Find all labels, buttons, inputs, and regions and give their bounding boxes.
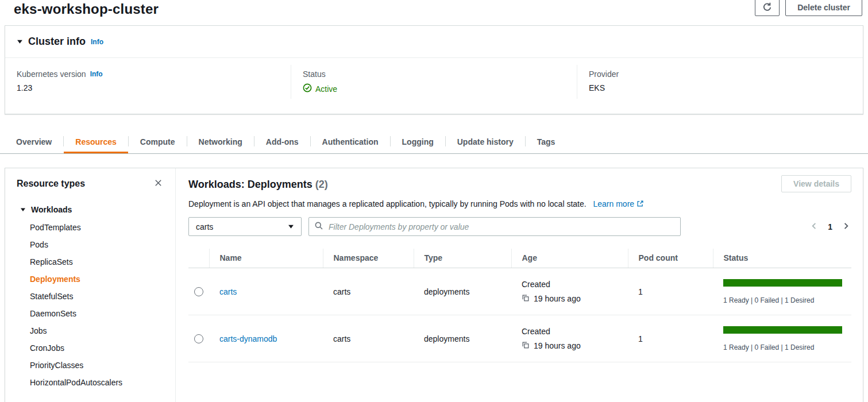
kubernetes-version-info-link[interactable]: Info [90, 70, 103, 78]
learn-more-text: Learn more [593, 199, 635, 208]
deployment-name-link[interactable]: carts-dynamodb [219, 334, 277, 343]
type-cell: deployments [414, 315, 511, 362]
deployments-heading: Workloads: Deployments (2) [188, 179, 328, 191]
sidebar-item-replicasets[interactable]: ReplicaSets [30, 253, 164, 270]
type-cell: deployments [414, 268, 511, 315]
sidebar-item-statefulsets[interactable]: StatefulSets [30, 288, 164, 305]
learn-more-link[interactable]: Learn more [593, 199, 644, 208]
cluster-info-body: Kubernetes version Info 1.23 Status Acti… [5, 58, 863, 114]
tab-networking[interactable]: Networking [187, 129, 254, 153]
table-header-row: Name Namespace Type Age Pod count Status [188, 249, 851, 268]
sidebar-item-horizontalpodautoscalers[interactable]: HorizontalPodAutoscalers [30, 374, 164, 391]
table-row: carts-dynamodb carts deployments Created… [188, 315, 851, 362]
chevron-right-icon [842, 222, 850, 232]
tab-compute[interactable]: Compute [129, 129, 187, 153]
filter-row: carts 1 [188, 217, 851, 236]
column-header-name[interactable]: Name [209, 249, 323, 268]
namespace-cell: carts [323, 268, 414, 315]
sidebar-item-podtemplates[interactable]: PodTemplates [30, 219, 164, 236]
provider-field: Provider EKS [577, 65, 863, 99]
header-actions: Delete cluster [755, 0, 862, 16]
column-header-status[interactable]: Status [713, 249, 851, 268]
deployments-heading-text: Workloads: Deployments [188, 179, 313, 190]
provider-value: EKS [589, 83, 851, 92]
current-page-number[interactable]: 1 [828, 222, 832, 231]
column-header-type[interactable]: Type [414, 249, 511, 268]
refresh-button[interactable] [755, 0, 780, 16]
sidebar-item-jobs[interactable]: Jobs [30, 322, 164, 339]
pod-count-cell: 1 [628, 268, 713, 315]
page-header: eks-workshop-cluster Delete cluster [0, 0, 868, 25]
pod-count-cell: 1 [628, 315, 713, 362]
view-details-button[interactable]: View details [781, 175, 851, 192]
delete-cluster-button[interactable]: Delete cluster [785, 0, 862, 16]
status-bar [723, 326, 842, 334]
status-value: Active [303, 83, 565, 94]
status-bar [723, 279, 842, 287]
status-text: Active [315, 84, 337, 94]
collapse-caret-icon[interactable] [17, 37, 23, 47]
cluster-info-info-link[interactable]: Info [91, 38, 103, 46]
status-cell: 1 Ready | 0 Failed | 1 Desired [713, 268, 851, 315]
column-header-pod-count[interactable]: Pod count [628, 249, 713, 268]
pagination: 1 [810, 222, 851, 232]
tab-authentication[interactable]: Authentication [311, 129, 390, 153]
description-text: Deployment is an API object that manages… [188, 199, 587, 208]
tab-update-history[interactable]: Update history [446, 129, 525, 153]
deployments-table: Name Namespace Type Age Pod count Status… [188, 249, 851, 362]
sidebar-title: Resource types [17, 179, 85, 189]
sidebar-group-workloads[interactable]: Workloads [17, 202, 164, 219]
tab-tags[interactable]: Tags [526, 129, 567, 153]
tab-add-ons[interactable]: Add-ons [254, 129, 310, 153]
sidebar-item-daemonsets[interactable]: DaemonSets [30, 305, 164, 322]
copy-icon[interactable] [522, 341, 530, 351]
provider-label: Provider [589, 69, 851, 79]
close-icon [154, 180, 163, 189]
sidebar-item-pods[interactable]: Pods [30, 236, 164, 253]
age-cell: Created 19 hours ago [511, 268, 628, 315]
search-input[interactable] [327, 222, 675, 232]
column-header-age[interactable]: Age [511, 249, 628, 268]
previous-page-button[interactable] [810, 222, 819, 232]
namespace-cell: carts [323, 315, 414, 362]
check-circle-icon [303, 83, 312, 94]
resource-type-list: PodTemplates Pods ReplicaSets Deployment… [17, 219, 164, 391]
row-select-radio[interactable] [194, 287, 203, 296]
sidebar-group-label: Workloads [31, 205, 72, 214]
refresh-icon [762, 5, 772, 14]
cluster-info-panel: Cluster info Info Kubernetes version Inf… [5, 25, 863, 114]
search-box [308, 217, 681, 236]
chevron-down-icon [20, 205, 26, 214]
sidebar-item-deployments[interactable]: Deployments [30, 270, 164, 288]
tab-logging[interactable]: Logging [391, 129, 445, 153]
resource-types-sidebar: Resource types Workloads PodTemplates Po… [5, 168, 176, 402]
age-created-label: Created [522, 280, 619, 289]
age-created-label: Created [522, 327, 619, 336]
select-all-header [188, 249, 209, 268]
status-field: Status Active [291, 65, 577, 99]
search-icon [314, 221, 323, 232]
tab-overview[interactable]: Overview [5, 129, 63, 153]
external-link-icon [636, 199, 644, 208]
resources-panel: Resource types Workloads PodTemplates Po… [5, 168, 863, 402]
column-header-namespace[interactable]: Namespace [323, 249, 414, 268]
row-select-radio[interactable] [194, 334, 203, 343]
sidebar-item-priorityclasses[interactable]: PriorityClasses [30, 357, 164, 374]
tab-resources[interactable]: Resources [64, 129, 128, 153]
kubernetes-version-field: Kubernetes version Info 1.23 [5, 65, 291, 99]
kubernetes-version-value: 1.23 [17, 83, 279, 92]
status-summary: 1 Ready | 0 Failed | 1 Desired [723, 343, 842, 351]
next-page-button[interactable] [842, 222, 850, 232]
chevron-left-icon [810, 222, 819, 232]
status-label: Status [303, 69, 565, 79]
deployments-description: Deployment is an API object that manages… [188, 199, 851, 208]
kubernetes-version-label: Kubernetes version [17, 69, 86, 79]
copy-icon[interactable] [522, 294, 530, 304]
cluster-info-header[interactable]: Cluster info Info [5, 26, 863, 58]
age-value: 19 hours ago [534, 341, 581, 350]
close-sidebar-button[interactable] [153, 177, 164, 190]
namespace-filter-dropdown[interactable]: carts [188, 217, 302, 236]
deployment-name-link[interactable]: carts [219, 287, 237, 296]
sidebar-item-cronjobs[interactable]: CronJobs [30, 339, 164, 357]
age-cell: Created 19 hours ago [511, 315, 628, 362]
